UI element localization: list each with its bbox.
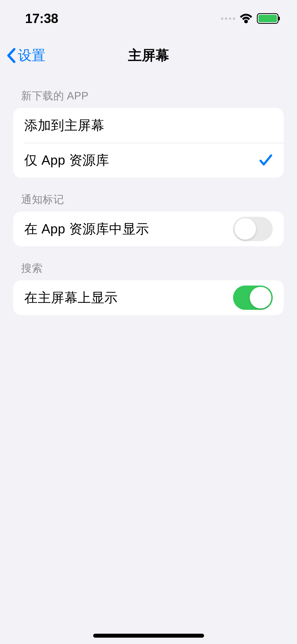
status-bar: 17:38 [0, 0, 297, 37]
option-app-library-only[interactable]: 仅 App 资源库 [13, 143, 284, 178]
row-label: 在 App 资源库中显示 [24, 220, 149, 238]
row-show-in-app-library: 在 App 资源库中显示 [13, 211, 284, 246]
row-show-on-home: 在主屏幕上显示 [13, 280, 284, 315]
cellular-signal-icon [221, 17, 235, 20]
status-time: 17:38 [25, 11, 58, 26]
page-title: 主屏幕 [128, 46, 169, 65]
group-new-apps: 添加到主屏幕 仅 App 资源库 [13, 108, 284, 178]
row-label: 在主屏幕上显示 [24, 289, 118, 307]
option-add-to-home[interactable]: 添加到主屏幕 [13, 108, 284, 143]
option-label: 仅 App 资源库 [24, 151, 109, 169]
toggle-show-on-home[interactable] [233, 286, 273, 310]
chevron-left-icon [6, 48, 16, 63]
navigation-bar: 设置 主屏幕 [0, 37, 297, 74]
back-button[interactable]: 设置 [6, 46, 45, 65]
back-label: 设置 [18, 46, 45, 65]
wifi-icon [239, 14, 253, 23]
group-badges: 在 App 资源库中显示 [13, 211, 284, 246]
section-header-badges: 通知标记 [13, 178, 284, 211]
checkmark-icon [259, 154, 273, 167]
status-indicators [221, 13, 279, 24]
group-search: 在主屏幕上显示 [13, 280, 284, 315]
option-label: 添加到主屏幕 [24, 117, 104, 134]
content: 新下载的 APP 添加到主屏幕 仅 App 资源库 通知标记 在 App 资源库… [0, 74, 297, 315]
toggle-show-in-app-library[interactable] [233, 217, 273, 241]
section-header-search: 搜索 [13, 246, 284, 280]
home-indicator[interactable] [93, 634, 204, 638]
battery-icon [257, 13, 279, 24]
section-header-new-apps: 新下载的 APP [13, 74, 284, 108]
